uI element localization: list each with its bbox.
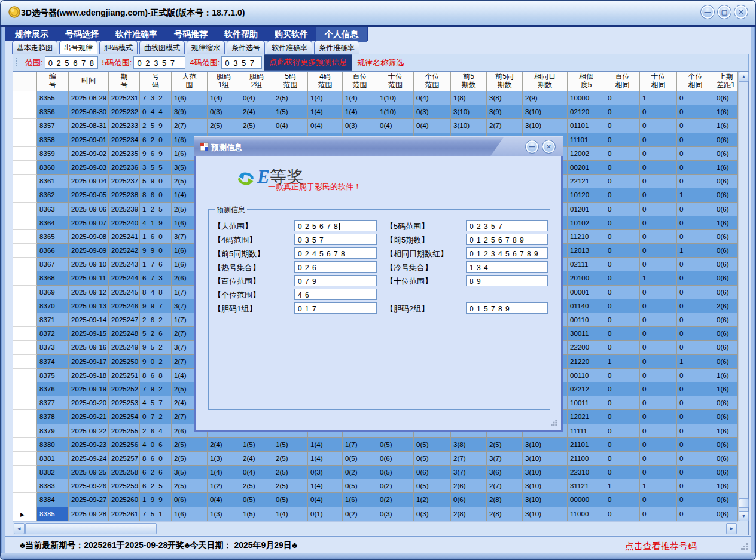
cell[interactable]: 2 6 4 (140, 424, 172, 438)
cell[interactable]: 1(4) (208, 466, 240, 479)
cell[interactable]: 2025249 (109, 341, 140, 354)
cell[interactable]: 2(4) (240, 452, 273, 466)
cell[interactable]: 01140 (568, 299, 605, 313)
cell[interactable]: 2025-09-07 (69, 216, 109, 230)
cell[interactable]: 0 (605, 230, 640, 244)
cell[interactable]: 8369 (37, 286, 69, 299)
cell[interactable]: 2025-09-06 (69, 203, 109, 216)
cell[interactable]: 0(6) (172, 493, 208, 507)
cell[interactable]: 6 2 0 (140, 133, 172, 147)
cell[interactable]: 0 (640, 341, 677, 354)
cell[interactable]: 0 (640, 230, 677, 244)
cell[interactable]: 0 (677, 396, 714, 410)
cell[interactable]: 2025250 (109, 355, 140, 369)
cell[interactable]: 0(3) (377, 507, 414, 521)
cell[interactable]: 1(6) (343, 493, 377, 507)
cell[interactable]: 1(7) (343, 438, 377, 452)
cell[interactable]: 0 (605, 507, 640, 521)
cell[interactable]: 8361 (37, 175, 69, 188)
cell[interactable]: 2025-09-08 (69, 230, 109, 244)
cell[interactable]: 3(10) (523, 493, 568, 507)
cell[interactable]: 0 (677, 493, 714, 507)
scroll-right-button[interactable]: ► (726, 523, 737, 534)
cell[interactable]: 0 (677, 91, 714, 105)
cell[interactable]: 0 (605, 203, 640, 216)
cell[interactable]: 0 (640, 203, 677, 216)
menu-item-号码选择[interactable]: 号码选择 (57, 27, 107, 42)
cell[interactable]: 3(6) (487, 466, 523, 479)
cell[interactable]: 2025-09-13 (69, 299, 109, 313)
column-header[interactable]: 号 码 (140, 72, 172, 91)
cell[interactable]: 0 (605, 216, 640, 230)
cell[interactable]: 8363 (37, 203, 69, 216)
cell[interactable]: 12002 (568, 147, 605, 161)
cell[interactable]: 8 6 0 (140, 452, 172, 466)
cell[interactable]: 8357 (37, 119, 69, 133)
cell[interactable]: 2025-09-26 (69, 479, 109, 493)
tab-出号规律[interactable]: 出号规律 (59, 41, 97, 54)
cell[interactable]: 0 (605, 119, 640, 133)
cell[interactable]: 1 2 5 (140, 203, 172, 216)
cell[interactable]: 21100 (568, 452, 605, 466)
cell[interactable]: 21101 (568, 438, 605, 452)
cell[interactable]: 0 (605, 369, 640, 382)
cell[interactable]: 2(7) (451, 452, 487, 466)
cell[interactable]: 8 6 8 (140, 369, 172, 382)
column-header[interactable]: 胆码 1组 (208, 72, 240, 91)
cell[interactable]: 8366 (37, 244, 69, 258)
row-indicator[interactable] (13, 147, 37, 161)
scroll-down-button[interactable]: ▼ (739, 511, 749, 521)
cell[interactable]: 0 (677, 327, 714, 341)
cell[interactable]: 2025-09-12 (69, 286, 109, 299)
cell[interactable]: 1 (605, 479, 640, 493)
cell[interactable]: 2025238 (109, 188, 140, 202)
cell[interactable]: 3(10) (523, 466, 568, 479)
cell[interactable]: 2(5) (273, 452, 308, 466)
cell[interactable]: 2025246 (109, 299, 140, 313)
cell[interactable]: 1 6 0 (140, 230, 172, 244)
cell[interactable]: 0 (640, 424, 677, 438)
cell[interactable]: 0 (677, 341, 714, 354)
cell[interactable]: 0(6) (714, 410, 738, 424)
row-indicator[interactable] (13, 258, 37, 271)
cell[interactable]: 0 (640, 175, 677, 188)
cell[interactable]: 0 (605, 327, 640, 341)
cell[interactable]: 1(4) (343, 91, 377, 105)
cell[interactable]: 0 (677, 271, 714, 285)
cell[interactable]: 0(6) (714, 341, 738, 354)
window-resize-grip[interactable] (741, 543, 748, 550)
cell[interactable]: 2(5) (172, 479, 208, 493)
cell[interactable]: 2(5) (487, 438, 523, 452)
cell[interactable]: 00201 (568, 161, 605, 175)
cell[interactable]: 2(5) (273, 479, 308, 493)
cell[interactable]: 1(6) (714, 479, 738, 493)
cell[interactable]: 11210 (568, 230, 605, 244)
cell[interactable]: 2025247 (109, 313, 140, 327)
row-indicator[interactable] (13, 286, 37, 299)
column-header[interactable]: 相似 度5 (568, 72, 605, 91)
field-input[interactable]: 0 1 2 3 4 5 6 7 8 9 (466, 247, 548, 259)
cell[interactable]: 2025-09-16 (69, 341, 109, 354)
row-indicator[interactable] (13, 91, 37, 105)
cell[interactable]: 8384 (37, 493, 69, 507)
cell[interactable]: 3(7) (487, 452, 523, 466)
title-bar[interactable]: 3D选号器(www.edengjiang.com)-正式版(版本号：18.7.1… (0, 0, 756, 25)
cell[interactable]: 0(6) (714, 271, 738, 285)
row-indicator[interactable] (13, 188, 37, 202)
cell[interactable]: 9 9 7 (140, 299, 172, 313)
field-input[interactable]: 8 9 (466, 275, 548, 286)
cell[interactable]: 8382 (37, 466, 69, 479)
cell[interactable]: 2(5) (273, 91, 308, 105)
cell[interactable]: 3(10) (523, 452, 568, 466)
cell[interactable]: 20100 (568, 271, 605, 285)
cell[interactable]: 9 5 2 (140, 341, 172, 354)
cell[interactable]: 0(3) (414, 507, 451, 521)
column-header[interactable]: 5码 范围 (273, 72, 308, 91)
row-indicator[interactable] (13, 493, 37, 507)
cell[interactable]: 1 (677, 244, 714, 258)
row-indicator[interactable] (13, 105, 37, 119)
menu-item-个人信息[interactable]: 个人信息 (316, 27, 367, 42)
cell[interactable]: 1(2) (414, 493, 451, 507)
cell[interactable]: 0 (640, 355, 677, 369)
row-indicator[interactable] (13, 479, 37, 493)
